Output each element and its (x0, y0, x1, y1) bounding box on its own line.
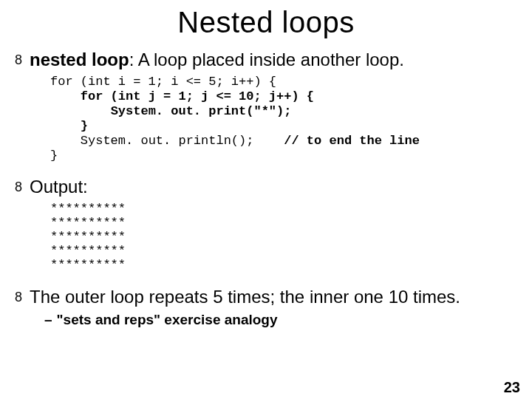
bullet-icon: 8 (13, 50, 24, 70)
code-l2-indent (50, 89, 81, 103)
bullet-3: 8 The outer loop repeats 5 times; the in… (13, 287, 519, 307)
bullet-1-text: nested loop: A loop placed inside anothe… (30, 50, 404, 70)
slide-body: 8 nested loop: A loop placed inside anot… (0, 50, 532, 328)
slide-title: Nested loops (0, 6, 532, 39)
page-number: 23 (504, 379, 520, 396)
bullet-2: 8 Output: (13, 177, 519, 197)
code-l3: System. out. print("*"); (111, 104, 292, 118)
code-l6: } (50, 149, 58, 163)
output-line: ********** (50, 230, 126, 244)
bullet-2-text: Output: (30, 177, 88, 197)
bullet-1: 8 nested loop: A loop placed inside anot… (13, 50, 519, 70)
code-l4: } (81, 119, 88, 133)
code-l5-comment: // to end the line (284, 134, 420, 148)
code-l5: System. out. println(); (81, 134, 284, 148)
code-block: for (int i = 1; i <= 5; i++) { for (int … (50, 75, 519, 163)
term-nested-loop: nested loop (30, 50, 129, 69)
code-l4-indent (50, 119, 81, 133)
output-line: ********** (50, 216, 126, 230)
output-line: ********** (50, 244, 126, 258)
bullet-icon: 8 (13, 287, 24, 307)
sub-bullet-dash: – (44, 312, 52, 327)
code-l5-indent (50, 134, 81, 148)
slide: Nested loops 8 nested loop: A loop place… (0, 6, 532, 399)
output-line: ********** (50, 202, 126, 216)
code-l3-indent (50, 104, 111, 118)
sub-bullet: –"sets and reps" exercise analogy (44, 312, 519, 328)
sub-bullet-text: "sets and reps" exercise analogy (57, 312, 278, 327)
code-l1: for (int i = 1; i <= 5; i++) { (50, 75, 276, 89)
bullet-1-rest: : A loop placed inside another loop. (129, 50, 404, 69)
bullet-3-text: The outer loop repeats 5 times; the inne… (30, 287, 460, 307)
code-l2: for (int j = 1; j <= 10; j++) { (81, 89, 314, 103)
output-block: ********** ********** ********** *******… (50, 202, 519, 272)
bullet-icon: 8 (13, 177, 24, 197)
output-line: ********** (50, 258, 126, 272)
